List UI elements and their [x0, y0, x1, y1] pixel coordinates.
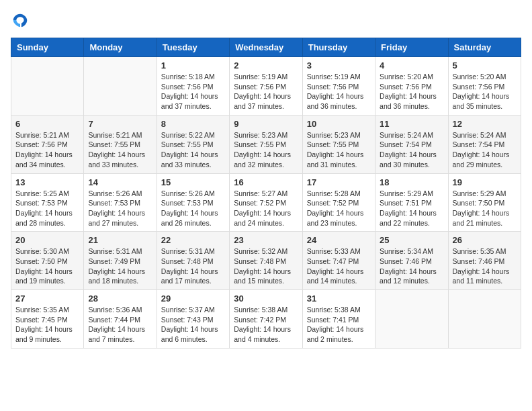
calendar-cell: 25Sunrise: 5:34 AMSunset: 7:46 PMDayligh… [375, 232, 448, 290]
day-number: 29 [161, 293, 225, 304]
day-number: 10 [307, 119, 371, 129]
page-header [11, 11, 521, 30]
calendar-cell: 17Sunrise: 5:28 AMSunset: 7:52 PMDayligh… [302, 173, 375, 232]
calendar-cell: 24Sunrise: 5:33 AMSunset: 7:47 PMDayligh… [302, 232, 375, 290]
logo-icon [11, 11, 30, 30]
calendar-cell: 23Sunrise: 5:32 AMSunset: 7:48 PMDayligh… [230, 232, 302, 290]
day-info: Sunrise: 5:29 AMSunset: 7:51 PMDaylight:… [380, 189, 443, 228]
calendar-cell: 11Sunrise: 5:24 AMSunset: 7:54 PMDayligh… [375, 115, 448, 173]
day-info: Sunrise: 5:22 AMSunset: 7:55 PMDaylight:… [161, 130, 225, 170]
day-number: 18 [380, 177, 443, 187]
day-number: 27 [15, 293, 79, 304]
calendar-cell: 13Sunrise: 5:25 AMSunset: 7:53 PMDayligh… [11, 173, 84, 232]
day-info: Sunrise: 5:26 AMSunset: 7:53 PMDaylight:… [88, 189, 152, 228]
day-info: Sunrise: 5:21 AMSunset: 7:55 PMDaylight:… [88, 130, 152, 170]
weekday-header: Wednesday [230, 38, 302, 57]
calendar-cell: 15Sunrise: 5:26 AMSunset: 7:53 PMDayligh… [157, 173, 229, 232]
day-number: 28 [88, 293, 152, 304]
weekday-header: Tuesday [157, 38, 229, 57]
calendar-cell: 3Sunrise: 5:19 AMSunset: 7:56 PMDaylight… [302, 57, 375, 116]
day-info: Sunrise: 5:25 AMSunset: 7:53 PMDaylight:… [15, 189, 79, 228]
calendar-cell: 19Sunrise: 5:29 AMSunset: 7:50 PMDayligh… [448, 173, 521, 232]
day-number: 7 [88, 119, 152, 129]
calendar-cell: 8Sunrise: 5:22 AMSunset: 7:55 PMDaylight… [157, 115, 229, 173]
calendar-cell: 2Sunrise: 5:19 AMSunset: 7:56 PMDaylight… [230, 57, 302, 116]
calendar-cell: 10Sunrise: 5:23 AMSunset: 7:55 PMDayligh… [302, 115, 375, 173]
day-number: 9 [234, 119, 298, 129]
calendar-cell: 27Sunrise: 5:35 AMSunset: 7:45 PMDayligh… [11, 290, 84, 349]
weekday-header: Friday [375, 38, 448, 57]
day-info: Sunrise: 5:24 AMSunset: 7:54 PMDaylight:… [453, 130, 517, 170]
calendar-cell: 31Sunrise: 5:38 AMSunset: 7:41 PMDayligh… [302, 290, 375, 349]
calendar-cell: 18Sunrise: 5:29 AMSunset: 7:51 PMDayligh… [375, 173, 448, 232]
calendar-cell: 20Sunrise: 5:30 AMSunset: 7:50 PMDayligh… [11, 232, 84, 290]
day-info: Sunrise: 5:38 AMSunset: 7:41 PMDaylight:… [307, 305, 371, 345]
day-number: 22 [161, 235, 225, 245]
day-number: 14 [88, 177, 152, 187]
day-info: Sunrise: 5:37 AMSunset: 7:43 PMDaylight:… [161, 305, 225, 345]
day-number: 2 [234, 60, 298, 71]
day-number: 31 [307, 293, 371, 304]
day-number: 8 [161, 119, 225, 129]
day-info: Sunrise: 5:34 AMSunset: 7:46 PMDaylight:… [380, 246, 443, 286]
day-number: 6 [15, 119, 79, 129]
day-info: Sunrise: 5:26 AMSunset: 7:53 PMDaylight:… [161, 189, 225, 228]
calendar-cell: 30Sunrise: 5:38 AMSunset: 7:42 PMDayligh… [230, 290, 302, 349]
day-info: Sunrise: 5:31 AMSunset: 7:48 PMDaylight:… [161, 246, 225, 286]
calendar-cell: 4Sunrise: 5:20 AMSunset: 7:56 PMDaylight… [375, 57, 448, 116]
day-number: 25 [380, 235, 443, 245]
day-number: 24 [307, 235, 371, 245]
calendar-cell: 7Sunrise: 5:21 AMSunset: 7:55 PMDaylight… [84, 115, 157, 173]
day-info: Sunrise: 5:33 AMSunset: 7:47 PMDaylight:… [307, 246, 371, 286]
calendar-cell [448, 290, 521, 349]
logo [11, 11, 32, 30]
day-info: Sunrise: 5:19 AMSunset: 7:56 PMDaylight:… [234, 72, 298, 111]
calendar-cell: 21Sunrise: 5:31 AMSunset: 7:49 PMDayligh… [84, 232, 157, 290]
day-number: 23 [234, 235, 298, 245]
calendar-cell: 29Sunrise: 5:37 AMSunset: 7:43 PMDayligh… [157, 290, 229, 349]
day-info: Sunrise: 5:35 AMSunset: 7:45 PMDaylight:… [15, 305, 79, 345]
calendar-cell: 5Sunrise: 5:20 AMSunset: 7:56 PMDaylight… [448, 57, 521, 116]
day-number: 15 [161, 177, 225, 187]
weekday-header: Monday [84, 38, 157, 57]
calendar-cell [11, 57, 84, 116]
weekday-header: Thursday [302, 38, 375, 57]
day-number: 21 [88, 235, 152, 245]
calendar-cell: 26Sunrise: 5:35 AMSunset: 7:46 PMDayligh… [448, 232, 521, 290]
day-number: 20 [15, 235, 79, 245]
day-info: Sunrise: 5:18 AMSunset: 7:56 PMDaylight:… [161, 72, 225, 111]
day-number: 13 [15, 177, 79, 187]
day-number: 30 [234, 293, 298, 304]
day-info: Sunrise: 5:36 AMSunset: 7:44 PMDaylight:… [88, 305, 152, 345]
day-number: 26 [453, 235, 517, 245]
calendar-cell: 6Sunrise: 5:21 AMSunset: 7:56 PMDaylight… [11, 115, 84, 173]
calendar-table: SundayMondayTuesdayWednesdayThursdayFrid… [11, 38, 521, 349]
day-number: 11 [380, 119, 443, 129]
day-info: Sunrise: 5:24 AMSunset: 7:54 PMDaylight:… [380, 130, 443, 170]
day-info: Sunrise: 5:20 AMSunset: 7:56 PMDaylight:… [453, 72, 517, 111]
weekday-header: Sunday [11, 38, 84, 57]
day-info: Sunrise: 5:30 AMSunset: 7:50 PMDaylight:… [15, 246, 79, 286]
weekday-header: Saturday [448, 38, 521, 57]
day-info: Sunrise: 5:23 AMSunset: 7:55 PMDaylight:… [234, 130, 298, 170]
day-number: 17 [307, 177, 371, 187]
calendar-cell: 1Sunrise: 5:18 AMSunset: 7:56 PMDaylight… [157, 57, 229, 116]
calendar-cell [84, 57, 157, 116]
day-info: Sunrise: 5:32 AMSunset: 7:48 PMDaylight:… [234, 246, 298, 286]
day-number: 19 [453, 177, 517, 187]
day-info: Sunrise: 5:29 AMSunset: 7:50 PMDaylight:… [453, 189, 517, 228]
day-info: Sunrise: 5:28 AMSunset: 7:52 PMDaylight:… [307, 189, 371, 228]
calendar-cell: 9Sunrise: 5:23 AMSunset: 7:55 PMDaylight… [230, 115, 302, 173]
day-number: 1 [161, 60, 225, 71]
day-info: Sunrise: 5:21 AMSunset: 7:56 PMDaylight:… [15, 130, 79, 170]
day-info: Sunrise: 5:20 AMSunset: 7:56 PMDaylight:… [380, 72, 443, 111]
calendar-cell: 12Sunrise: 5:24 AMSunset: 7:54 PMDayligh… [448, 115, 521, 173]
day-info: Sunrise: 5:35 AMSunset: 7:46 PMDaylight:… [453, 246, 517, 286]
calendar-cell [375, 290, 448, 349]
day-info: Sunrise: 5:31 AMSunset: 7:49 PMDaylight:… [88, 246, 152, 286]
calendar-cell: 14Sunrise: 5:26 AMSunset: 7:53 PMDayligh… [84, 173, 157, 232]
day-number: 3 [307, 60, 371, 71]
day-number: 16 [234, 177, 298, 187]
day-number: 5 [453, 60, 517, 71]
day-info: Sunrise: 5:19 AMSunset: 7:56 PMDaylight:… [307, 72, 371, 111]
